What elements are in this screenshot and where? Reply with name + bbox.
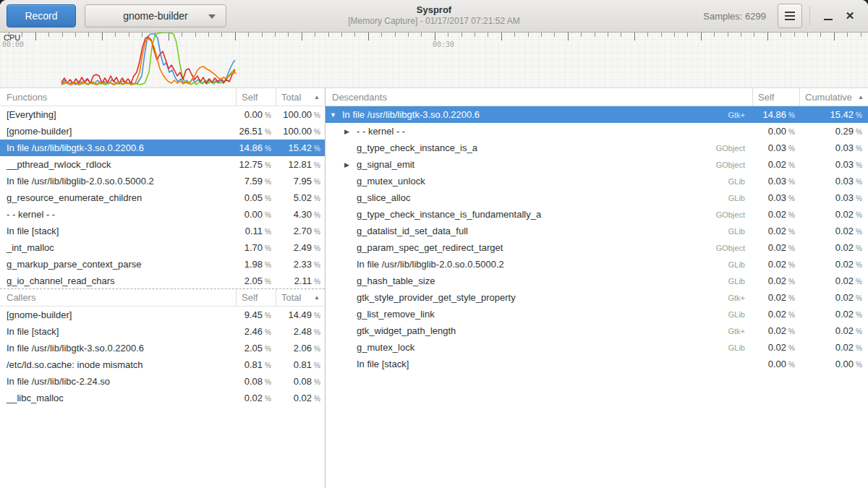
function-row[interactable]: In file /usr/lib/libgtk-3.so.0.2200.6 14… xyxy=(0,140,325,156)
descendant-row[interactable]: In file [stack] 0.00% 0.00% xyxy=(326,356,868,372)
function-self-value: 0.11% xyxy=(236,226,276,236)
hamburger-icon xyxy=(785,12,795,13)
descendant-self-value: 0.00% xyxy=(752,126,799,137)
caller-row[interactable]: In file /usr/lib/libgtk-3.so.0.2200.6 2.… xyxy=(0,340,325,356)
caller-name: In file [stack] xyxy=(0,326,236,337)
callers-total-column-header[interactable]: Total▲ xyxy=(276,289,325,306)
cpu-graph[interactable]: CPU 00:0000:30 xyxy=(0,33,868,88)
descendant-row[interactable]: g_type_check_instance_is_fundamentally_a… xyxy=(326,206,868,223)
close-button[interactable]: ✕ xyxy=(839,4,861,28)
descendant-cumulative-value: 15.42% xyxy=(799,109,868,120)
descendant-self-value: 0.02% xyxy=(752,159,799,170)
samples-count: Samples: 6299 xyxy=(703,11,766,22)
function-name: g_markup_parse_context_parse xyxy=(0,259,236,270)
function-row[interactable]: [Everything] 0.00% 100.00% xyxy=(0,106,325,123)
caller-row[interactable]: [gnome-builder] 9.45% 14.49% xyxy=(0,307,325,323)
function-row[interactable]: In file [stack] 0.11% 2.70% xyxy=(0,223,325,239)
descendant-cumulative-value: 0.02% xyxy=(799,275,868,286)
descendant-cumulative-value: 0.29% xyxy=(799,126,868,137)
descendant-cumulative-value: 0.02% xyxy=(799,209,868,220)
descendant-category: GObject xyxy=(689,244,752,252)
sort-ascending-icon: ▲ xyxy=(308,294,320,301)
function-row[interactable]: g_markup_parse_context_parse 1.98% 2.33% xyxy=(0,256,325,273)
descendant-category: GObject xyxy=(689,160,752,169)
function-total-value: 12.81% xyxy=(276,159,325,170)
caller-name: In file /usr/lib/libgtk-3.so.0.2200.6 xyxy=(0,343,236,354)
titlebar-right-group: Samples: 6299 ✕ xyxy=(703,4,864,28)
function-name: - - kernel - - xyxy=(0,209,236,220)
descendant-row[interactable]: g_param_spec_get_redirect_target GObject… xyxy=(326,239,868,256)
function-self-value: 14.86% xyxy=(236,142,276,153)
function-name: _int_malloc xyxy=(0,242,236,253)
function-total-value: 100.00% xyxy=(276,126,325,137)
descendant-row[interactable]: g_type_check_instance_is_a GObject 0.03%… xyxy=(326,140,868,156)
descendant-row[interactable]: g_slice_alloc GLib 0.03% 0.03% xyxy=(326,189,868,206)
descendant-row[interactable]: gtk_style_provider_get_style_property Gt… xyxy=(326,289,868,306)
descendant-name-cell: g_param_spec_get_redirect_target xyxy=(326,242,689,253)
descendant-self-value: 0.03% xyxy=(752,192,799,203)
callers-column-header[interactable]: Callers xyxy=(0,289,236,306)
callers-self-column-header[interactable]: Self xyxy=(236,289,276,306)
functions-total-column-header[interactable]: Total▲ xyxy=(276,88,325,106)
function-row[interactable]: g_resource_enumerate_children 0.05% 5.02… xyxy=(0,189,325,206)
expander-icon[interactable]: ▶ xyxy=(344,161,355,168)
caller-row[interactable]: In file /usr/lib/libc-2.24.so 0.08% 0.08… xyxy=(0,373,325,390)
descendant-row[interactable]: ▼ In file /usr/lib/libgtk-3.so.0.2200.6 … xyxy=(326,106,868,123)
sort-ascending-icon: ▲ xyxy=(852,94,864,100)
descendant-row[interactable]: g_datalist_id_set_data_full GLib 0.02% 0… xyxy=(326,223,868,239)
descendant-self-value: 0.02% xyxy=(752,342,799,353)
function-row[interactable]: - - kernel - - 0.00% 4.30% xyxy=(0,206,325,223)
sysprof-window: Record gnome-builder Sysprof [Memory Cap… xyxy=(0,0,868,488)
caller-total-value: 0.08% xyxy=(276,376,325,387)
function-row[interactable]: _int_malloc 1.70% 2.49% xyxy=(0,239,325,256)
descendant-name-cell: ▼ In file /usr/lib/libgtk-3.so.0.2200.6 xyxy=(326,109,689,120)
descendant-self-value: 0.02% xyxy=(752,275,799,286)
function-row[interactable]: g_io_channel_read_chars 2.05% 2.11% xyxy=(0,273,325,288)
descendant-category: GLib xyxy=(689,227,752,236)
time-label: 00:30 xyxy=(433,40,454,48)
menu-button[interactable] xyxy=(778,4,802,28)
minimize-button[interactable] xyxy=(817,4,839,28)
descendant-row[interactable]: ▶ - - kernel - - 0.00% 0.29% xyxy=(326,123,868,140)
descendant-row[interactable]: g_mutex_unlock GLib 0.03% 0.03% xyxy=(326,173,868,189)
descendants-self-column-header[interactable]: Self xyxy=(752,88,799,106)
descendant-cumulative-value: 0.02% xyxy=(799,342,868,353)
function-self-value: 0.00% xyxy=(236,109,276,120)
descendant-row[interactable]: g_mutex_lock GLib 0.02% 0.02% xyxy=(326,339,868,356)
record-button[interactable]: Record xyxy=(7,4,76,27)
descendant-self-value: 0.02% xyxy=(752,309,799,320)
descendant-name-cell: g_datalist_id_set_data_full xyxy=(326,226,689,236)
descendant-row[interactable]: In file /usr/lib/libglib-2.0.so.0.5000.2… xyxy=(326,256,868,273)
expander-icon[interactable]: ▼ xyxy=(330,111,341,119)
functions-column-header[interactable]: Functions xyxy=(0,88,236,106)
descendant-row[interactable]: g_list_remove_link GLib 0.02% 0.02% xyxy=(326,306,868,322)
function-row[interactable]: [gnome-builder] 26.51% 100.00% xyxy=(0,123,325,140)
caller-row[interactable]: __libc_malloc 0.02% 0.02% xyxy=(0,390,325,406)
caller-self-value: 0.08% xyxy=(236,376,276,387)
descendant-name-cell: g_list_remove_link xyxy=(326,309,689,320)
titlebar: Record gnome-builder Sysprof [Memory Cap… xyxy=(0,0,868,33)
descendant-category: GLib xyxy=(689,277,752,286)
descendant-row[interactable]: ▶ g_signal_emit GObject 0.02% 0.03% xyxy=(326,156,868,173)
target-selector-dropdown[interactable]: gnome-builder xyxy=(85,4,226,27)
function-total-value: 2.33% xyxy=(276,259,325,270)
descendant-row[interactable]: gtk_widget_path_length Gtk+ 0.02% 0.02% xyxy=(326,322,868,339)
descendant-category: GObject xyxy=(689,144,752,153)
descendant-name: g_list_remove_link xyxy=(355,309,435,320)
descendant-name-cell: In file [stack] xyxy=(326,359,689,369)
close-icon: ✕ xyxy=(846,9,855,22)
function-name: g_io_channel_read_chars xyxy=(0,275,236,286)
function-row[interactable]: __pthread_rwlock_rdlock 12.75% 12.81% xyxy=(0,156,325,173)
caller-row[interactable]: In file [stack] 2.46% 2.48% xyxy=(0,323,325,340)
function-total-value: 4.30% xyxy=(276,209,325,220)
descendant-cumulative-value: 0.02% xyxy=(799,309,868,320)
descendants-cumulative-column-header[interactable]: Cumulative▲ xyxy=(799,88,868,106)
descendants-column-header[interactable]: Descendants xyxy=(326,88,752,106)
function-row[interactable]: In file /usr/lib/libglib-2.0.so.0.5000.2… xyxy=(0,173,325,189)
descendant-row[interactable]: g_hash_table_size GLib 0.02% 0.02% xyxy=(326,273,868,289)
functions-self-column-header[interactable]: Self xyxy=(236,88,276,106)
caller-row[interactable]: /etc/ld.so.cache: inode mismatch 0.81% 0… xyxy=(0,356,325,373)
sort-ascending-icon: ▲ xyxy=(308,94,320,100)
descendant-self-value: 0.02% xyxy=(752,209,799,220)
expander-icon[interactable]: ▶ xyxy=(344,128,355,135)
